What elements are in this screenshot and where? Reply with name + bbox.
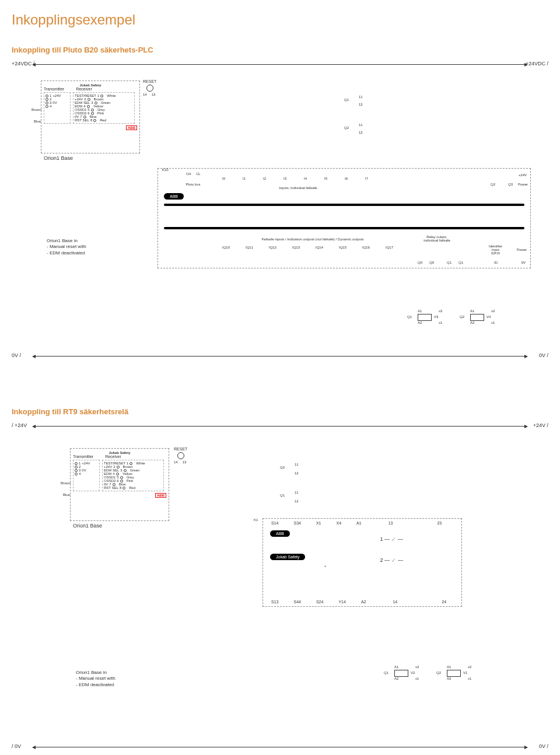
diagram-rt9: / +24V +24V / Jokab Safety Transmitter R… [12,425,548,751]
orion-module: Jokab Safety Transmitter Receiver Brown … [41,81,140,153]
input-i: I2 [263,177,266,180]
terminal: 12 [359,131,363,134]
power-v: +24V [519,173,527,177]
term: x2 [415,665,419,669]
term: 14 [393,600,397,604]
iq: IQ11 [246,246,253,249]
term: S44 [293,600,300,604]
bus-ch: CH [186,172,191,176]
rx-block: TEST/RESET 1White +24V 2Brown EDM SEL 3G… [102,460,164,491]
inputs-label: Inputs, individual failsafe [222,186,374,190]
diagram-pluto: +24VDC / +24VDC / Jokab Safety Transmitt… [12,63,548,390]
input-i: I4 [304,177,307,180]
diode-label: V3 [434,315,438,319]
failsafe-label: Failsafe inputs / Indication outputs (no… [222,237,403,241]
term: A1 [356,521,362,525]
abb-pill: ABB [270,530,290,537]
diode-label: V1 [463,671,467,674]
contact-label: Q2 [280,466,285,469]
wire-color: Blue [34,120,41,123]
abb-logo-icon: ABB [155,493,166,498]
term: x2 [468,665,471,669]
term: A1 [447,665,451,669]
coil-label: Q2 [436,671,441,674]
tx-label: Transmitter [73,455,93,459]
terminal: 12 [359,103,363,106]
iq: IQ12 [269,246,276,249]
plus-icon: + [324,564,327,568]
term: 23 [437,521,442,525]
input-i: I7 [365,177,368,180]
term: S14 [271,521,278,525]
term: Y14 [338,600,345,604]
section-1-title: Inkoppling till Pluto B20 säkerhets-PLC [12,46,548,54]
wire-color: Blue [63,493,70,497]
coil-label: Q1 [407,315,412,319]
iq: IQ10 [222,246,230,249]
bus-cl: CL [196,172,201,176]
rx-label: Receiver [105,455,121,459]
rail-label: 0V / [539,743,548,749]
rx-pin: RST SEL 8Red [104,486,162,490]
q-term: Q1 [447,261,452,264]
term: S34 [293,521,300,525]
term: x1 [439,321,442,324]
jokab-pill: Jokab Safety [270,554,305,560]
term: A1 [418,309,422,313]
terminal: 12 [295,471,299,475]
term: 24 [442,600,446,604]
rail-top [35,426,525,427]
contact-label: Q2 [344,126,349,130]
plc-bar [164,204,524,206]
contact-no: 2 — ⟋ — [380,557,403,563]
term: A2 [394,677,398,680]
term: x2 [439,309,442,313]
pluto-plc: CH CL Pluto bus I0 I1 I2 I3 I4 I5 I6 I7 … [158,168,531,268]
iq: IQ17 [386,246,393,249]
rail-label: / 0V [12,743,21,749]
q-term: Q0 [429,261,434,264]
rail-label: +24V / [533,422,548,428]
iq: IQ16 [362,246,370,249]
iq: IQ15 [339,246,346,249]
power-q: Q3 [508,183,513,186]
plc-bar [164,227,524,229]
coil-icon [394,670,408,677]
power-label: Power [518,183,528,186]
coil-label: Q2 [460,315,464,319]
orion-note: Orion1 Base in - Manual reset with - EDM… [47,238,86,256]
term: A2 [470,321,474,324]
q-term: Q1 [459,261,463,264]
page-title: Inkopplingsexempel [12,12,548,28]
wire-color: Brown [61,481,71,485]
orion-note: Orion1 Base in - Manual reset with - EDM… [76,670,116,688]
id-term: ID [494,261,498,264]
abb-label: ABB [164,193,184,200]
term: S24 [316,600,323,604]
rail-label: 0V / [12,352,21,358]
term: A2 [361,600,366,604]
terminal: 12 [295,499,299,503]
pluto-bus-label: Pluto bus [181,183,205,186]
rail-label: +24VDC / [526,61,548,67]
input-i: I1 [243,177,246,180]
orion-module: Jokab Safety Transmitter Receiver Brown … [70,448,169,521]
term: X1 [316,521,321,525]
coil-icon [470,314,484,321]
contact-label: Q1 [344,98,349,102]
term: x1 [491,321,495,324]
power-q: Q2 [491,183,495,186]
idfix-label: Identifier input IDFIX [489,244,502,255]
tx-label: Transmitter [44,87,64,91]
rx-pin: RST SEL 8Red [75,118,133,122]
rail-label: +24VDC / [12,61,34,67]
reset-button-symbol: RESET 1413 [143,79,156,96]
power-b-label: Power [517,248,527,251]
terminal: 11 [359,123,363,127]
tx-block: Brown Blue 1 +24V 2 3 0V 4 [44,92,71,124]
diode-label: V4 [487,315,491,319]
term: A1 [470,309,474,313]
rail-bottom [35,747,525,747]
term: A2 [418,321,422,324]
rail-bottom [35,356,525,356]
